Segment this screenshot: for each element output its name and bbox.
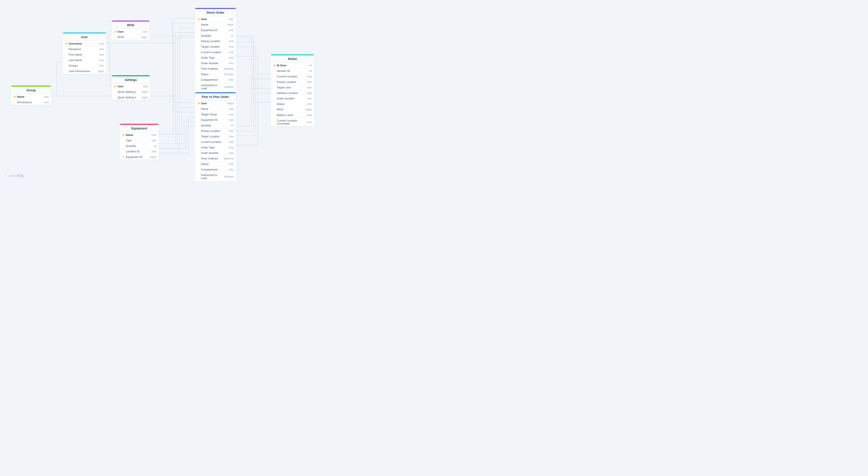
table-row[interactable]: Time Ordereddatetime [195,66,236,72]
table-row[interactable]: Groupschar [63,63,106,68]
table-row[interactable]: Compartmentchar [195,77,236,83]
table-group[interactable]: Group🔑NamecharPermissionschar [11,86,51,105]
table-row[interactable]: Last Namechar [63,58,106,63]
relationship-line[interactable] [236,56,271,93]
table-row[interactable]: Pickup Locationchar [195,128,236,134]
table-row[interactable]: 🔑Userchar [112,84,150,89]
table-row[interactable]: Statuschar [271,101,314,107]
table-row[interactable]: Authorized to Loadboolean [195,83,236,91]
table-row[interactable]: Current Locationchar [271,74,314,80]
column-name: Pickup Location [201,129,227,132]
table-row[interactable]: Permissionschar [11,100,51,105]
table-row[interactable]: Equipment IDchar [195,28,236,33]
table-row[interactable]: Pickup Locationchar [195,39,236,44]
table-row[interactable]: Current Location Convertedchar [271,118,314,126]
column-name: Compartment [201,168,227,171]
table-row[interactable]: 🔑ID Numint [271,63,314,68]
table-row[interactable]: Quick Setting 1bigint [112,89,150,95]
table-row[interactable]: Order Typechar [195,55,236,61]
table-row[interactable]: Current Locationchar [195,140,236,145]
table-row[interactable]: Quick Setting 2bigint [112,95,150,100]
table-row[interactable]: Quantityint [195,33,236,39]
relationship-line[interactable] [159,122,195,144]
table-row[interactable]: Time Ordereddatetime [195,156,236,161]
column-type: char [99,42,104,45]
table-rfid[interactable]: RFID🔑UsercharRFIDbigint [112,21,150,40]
table-row[interactable]: Battery Levelfloat [271,113,314,118]
erd-canvas[interactable]: Group🔑NamecharPermissionscharUser🔑Userna… [0,0,340,181]
table-row[interactable]: RFIDbigint [112,35,150,40]
table-row[interactable]: 🔑Userchar [112,29,150,35]
table-row[interactable]: 🔑Usernamechar [63,41,106,47]
table-row[interactable]: 🔑Namechar [120,132,159,138]
table-row[interactable]: Target Userchar [271,85,314,90]
table-row[interactable]: Delivery Locationchar [271,90,314,96]
table-row[interactable]: Order Typechar [195,145,236,150]
column-type: char [229,152,234,155]
table-row[interactable]: 🔑Userchar [195,17,236,22]
table-row[interactable]: Quantityint [195,123,236,128]
table-row[interactable]: Namebigint [195,22,236,28]
relationship-line[interactable] [51,62,63,96]
relationship-line[interactable] [236,47,271,74]
relationship-line[interactable] [236,79,271,126]
table-robot[interactable]: Robot🔑ID NumintSession IDintCurrent Loca… [271,54,314,126]
table-row[interactable]: 🔑Userbigint [195,101,236,106]
table-row[interactable]: RFIDbigint [271,107,314,113]
column-type: char [307,86,312,89]
column-type: datetime [224,67,234,70]
table-row[interactable]: Target Locationchar [195,134,236,140]
table-row[interactable]: 🔑Namechar [11,94,51,100]
relationship-line[interactable] [159,33,195,144]
table-row[interactable]: Namechar [195,106,236,112]
table-row[interactable]: Passwordchar [63,47,106,52]
column-type: char [229,62,234,65]
relationship-line[interactable] [106,31,112,43]
table-row[interactable]: Order Numberchar [195,150,236,156]
table-equipment[interactable]: Equipment🔑NamecharTypecharQuantityintLoc… [120,124,159,160]
table-row[interactable]: Pickup Locationchar [271,80,314,85]
column-type: bigint [305,108,312,111]
table-row[interactable]: Quantityint [120,143,159,149]
table-row[interactable]: Authorized to Loadboolean [195,173,236,181]
table-user[interactable]: User🔑UsernamecharPasswordcharFirst Namec… [63,32,106,74]
table-row[interactable]: First Namechar [63,52,106,58]
table-row[interactable]: Typechar [120,138,159,143]
relationship-line[interactable] [159,117,195,153]
relationship-line[interactable] [236,42,271,88]
table-row[interactable]: Statusboolean [195,72,236,77]
column-type: bigint [142,90,148,93]
table-row[interactable]: Location IDchar [120,149,159,154]
column-type: bigint [227,102,234,105]
column-type: char [229,113,234,116]
relationship-line[interactable] [236,88,271,131]
table-row[interactable]: Statuschar [195,161,236,167]
relationship-line[interactable] [159,126,195,148]
table-row[interactable]: Current Locationchar [195,50,236,55]
column-type: boolean [224,73,234,76]
table-row[interactable]: Target Locationchar [195,44,236,50]
column-name: Authorized to Load [201,174,222,180]
relationship-line[interactable] [236,37,271,79]
key-icon: 🔑 [273,64,276,67]
relationship-line[interactable] [159,108,195,134]
table-row[interactable]: Compartmentchar [195,167,236,173]
table-row[interactable]: ❄Equipment IDbigint [120,154,159,160]
table-row[interactable]: Session IDint [271,68,314,74]
relationship-line[interactable] [106,43,112,86]
table-settings[interactable]: Settings🔑UsercharQuick Setting 1bigintQu… [112,75,150,100]
table-row[interactable]: Target Groupchar [195,112,236,117]
table-row[interactable]: Order Numberchar [195,61,236,66]
relationship-line[interactable] [236,93,271,145]
relationship-line[interactable] [159,37,195,148]
column-type: char [307,97,312,100]
column-type: bigint [150,155,157,158]
relationship-line[interactable] [236,75,271,136]
table-p2p_order[interactable]: Peer to Peer Order🔑UserbigintNamecharTar… [195,92,236,181]
table-row[interactable]: Order Numberchar [271,96,314,101]
relationship-line[interactable] [159,28,195,153]
table-row[interactable]: User Permissionsbigint [63,68,106,74]
table-row[interactable]: Equipment IDchar [195,117,236,123]
relationship-line[interactable] [159,23,195,134]
table-direct_order[interactable]: Direct Order🔑UsercharNamebigintEquipment… [195,8,236,100]
